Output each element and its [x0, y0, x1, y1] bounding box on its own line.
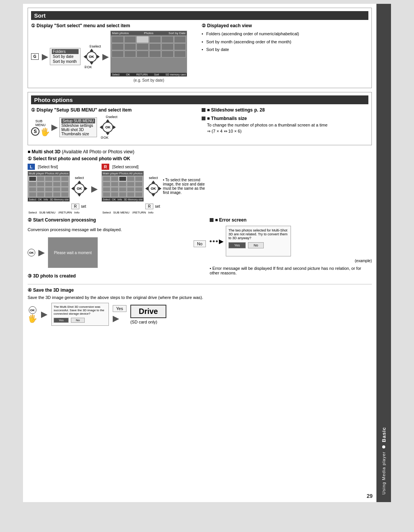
dv-cell	[112, 51, 124, 57]
error-message: The two photos selected for Multi-Shot 3…	[228, 228, 288, 240]
photo-select-annotation: ①select	[105, 115, 118, 119]
thumbnails-formula: ⇒ (7 × 4 ⇔ 10 × 6)	[207, 129, 368, 134]
arrow5-icon: ▶	[113, 314, 119, 323]
side-tab-inner: Basic Using Media player	[381, 427, 387, 494]
s-badge: S	[31, 127, 39, 136]
photo-cell-r	[127, 182, 135, 187]
using-label: Using Media player	[381, 452, 386, 494]
dv-cell	[112, 36, 124, 43]
photo-cell	[45, 187, 53, 192]
sort-step2: ② Displayed each view Folders (ascending…	[202, 23, 368, 54]
nav-h-row3: OK	[71, 183, 87, 194]
right-select-annotation: select	[149, 176, 158, 180]
save-yes-button[interactable]: Yes	[54, 318, 69, 323]
sort-diagram: G ▶ Folders Sort by date Sort by month	[31, 31, 198, 82]
photo-header: Photo options	[31, 95, 368, 104]
photo-cell-r	[103, 182, 110, 187]
error-yes-button[interactable]: Yes	[228, 242, 246, 248]
save-message: The Multi-Shot 3D conversion was success…	[54, 305, 107, 315]
grid-inner-left	[28, 176, 69, 198]
dv-cell	[149, 43, 161, 50]
dv-cell	[124, 43, 136, 50]
step2-block: ② Start Conversion processing Conversion…	[28, 217, 190, 281]
ok-small-button2[interactable]: OK	[29, 306, 36, 314]
dv-cell	[161, 43, 174, 50]
save-no-button[interactable]: No	[71, 318, 85, 323]
sort-step1-title: ① Display "Sort select" menu and select …	[31, 23, 198, 28]
nav-down4-icon	[151, 194, 155, 197]
divider	[28, 284, 372, 284]
ok-button3[interactable]: OK	[74, 183, 85, 194]
photo-options-section: Photo options ① Display "Setup SUB MENU"…	[28, 92, 372, 145]
dot1-icon	[210, 240, 212, 242]
photo-arrow1-icon: ▶	[51, 122, 58, 132]
error-no-button[interactable]: No	[248, 242, 264, 248]
select-second-block: R [Select second] Main playerPhotosAll p…	[102, 164, 209, 214]
nav-down2-icon	[106, 133, 110, 135]
step4-ok: OK 🖐	[28, 306, 37, 322]
photo-step1: ① Display "Setup SUB MENU" and select it…	[31, 107, 198, 142]
submenu-item-slideshow: Slideshow settings	[61, 123, 95, 128]
photo-cell-r-selected	[119, 176, 127, 181]
grid-inner-right	[102, 176, 143, 198]
nav-right2-icon	[113, 125, 116, 129]
arrow4-icon: ▶	[41, 309, 48, 319]
photo-cell	[37, 192, 44, 197]
nav-down-icon	[90, 62, 94, 65]
step4-title: ④ Save the 3D image	[28, 287, 372, 293]
step2-diagram: OK ▶ Please wait a moment	[28, 237, 190, 268]
no-error-connector: No	[194, 240, 206, 247]
black-sq2-icon	[202, 117, 205, 120]
nav-up3-icon	[77, 181, 81, 183]
photo-cell	[61, 176, 69, 181]
screen-header-left: Multi playerPhotosAll photos	[28, 171, 69, 176]
photo-cell	[61, 187, 69, 192]
photo-cell-r	[127, 176, 135, 181]
sd-label: (SD card only)	[130, 320, 157, 324]
yes-box: Yes	[113, 305, 127, 312]
step2-desc: Conversion processing message will be di…	[28, 227, 190, 232]
nav-down3-icon	[77, 194, 81, 197]
photo-cell	[37, 176, 44, 181]
ok-button4[interactable]: OK	[148, 183, 159, 194]
nav-control: OK	[84, 49, 100, 65]
dv-header: Main photosPhotosSort by Date	[111, 31, 187, 35]
multi-shot-header-line: ■ Multi shot 3D (Available All Photo or …	[28, 149, 372, 154]
eg-text: (e.g. Sort by date)	[133, 78, 164, 82]
set-box-left: R	[71, 204, 79, 209]
step2-error-row: ② Start Conversion processing Conversion…	[28, 217, 372, 281]
ok-button[interactable]: OK	[86, 51, 97, 62]
nav-control-right: OK	[145, 181, 161, 197]
dv-cell	[161, 36, 174, 43]
dot-icon	[382, 445, 385, 448]
bullet-sort-date: Sort by date	[202, 46, 368, 53]
dv-cell	[149, 36, 161, 43]
hand-icon: 🖐	[40, 128, 50, 136]
dot2-icon	[213, 240, 215, 242]
hand2-icon: 🖐	[28, 315, 37, 322]
set-label-left: set	[81, 204, 86, 209]
processing-text: Please wait a moment	[54, 251, 92, 255]
ok-small-button[interactable]: OK	[28, 249, 35, 256]
photo-cell	[45, 182, 53, 187]
middle-arrow-icon: ▶	[91, 184, 98, 194]
sort-header: Sort	[31, 11, 368, 20]
thumbnails-desc: To change the number of photos on a thum…	[207, 123, 368, 127]
sort-section: Sort ① Display "Sort select" menu and se…	[28, 8, 372, 88]
error-screen-header: ■ Error screen	[210, 217, 372, 223]
photo-cell-r	[127, 187, 135, 192]
photo-cell-r	[103, 176, 110, 181]
main-content: Sort ① Display "Sort select" menu and se…	[23, 4, 376, 502]
photo-cell-r	[119, 187, 127, 192]
dv-cell	[136, 43, 149, 50]
photo-cell	[53, 187, 61, 192]
bullet-folders: Folders (ascending order of numeric/alph…	[202, 31, 368, 38]
photo-cell-r	[135, 182, 143, 187]
step4-diagram: OK 🖐 ▶ The Multi-Shot 3D conversion was …	[28, 303, 372, 326]
displayed-view-screen: Main photosPhotosSort by Date	[110, 31, 187, 77]
dv-cell	[112, 43, 124, 50]
select-first-block: L [Select first] Multi playerPhotosAll p…	[28, 164, 87, 214]
ok-button2[interactable]: OK	[102, 122, 113, 133]
photo-inner: ① Display "Setup SUB MENU" and select it…	[31, 107, 368, 142]
multi-step1-title: ① Select first photo and second photo wi…	[28, 156, 372, 161]
